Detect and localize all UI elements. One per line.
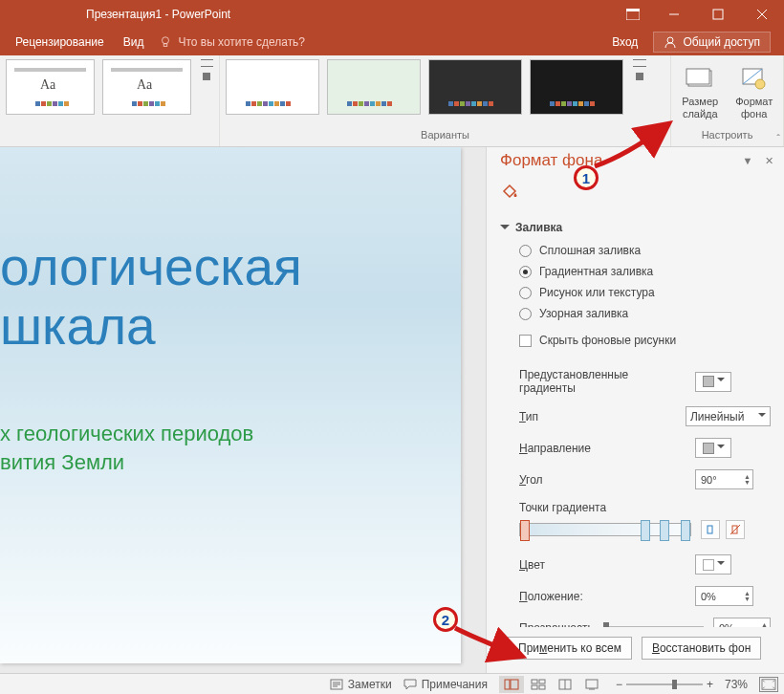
svg-rect-3 [713,10,723,19]
transparency-spinner[interactable]: 0%▲▼ [713,618,771,627]
angle-spinner[interactable]: 90°▲▼ [695,469,753,489]
svg-rect-1 [626,9,640,11]
color-label: Цвет [519,558,686,572]
variant-thumb[interactable] [428,59,522,115]
lightbulb-icon [159,35,172,49]
collapse-ribbon-icon[interactable]: ˆ [776,133,780,144]
format-background-pane: Формат фона ▼ ✕ Заливка Сплошная заливка… [486,147,784,673]
gradient-stop[interactable] [520,520,530,541]
theme-thumb[interactable]: Aa [6,59,95,115]
zoom-out-button[interactable]: − [616,678,622,691]
transparency-slider[interactable] [606,626,704,627]
svg-rect-10 [686,69,709,84]
svg-rect-23 [539,680,545,683]
preset-label: Предустановленные градиенты [519,368,686,395]
comments-button[interactable]: Примечания [403,678,488,691]
svg-point-12 [755,79,765,89]
remove-stop-button[interactable] [726,520,745,539]
direction-label: Направление [519,442,686,455]
angle-label: Угол [519,473,686,487]
svg-rect-13 [708,526,712,533]
pane-options-icon[interactable]: ▼ [740,153,755,168]
hide-bg-checkbox[interactable]: Скрыть фоновые рисунки [519,334,771,347]
tell-me-search[interactable]: Что вы хотите сделать? [153,35,305,49]
svg-rect-25 [539,685,545,689]
slide[interactable]: ологическая шкала х геологических период… [0,147,461,663]
svg-point-6 [163,37,169,44]
reading-view-button[interactable] [553,676,577,693]
comments-icon [403,679,417,690]
tab-view[interactable]: Вид [114,29,154,55]
workspace: ологическая шкала х геологических период… [0,147,784,673]
zoom-slider[interactable] [626,683,703,685]
stop-color-dropdown[interactable] [695,554,731,575]
fill-bucket-icon[interactable] [500,182,519,201]
fill-solid-radio[interactable]: Сплошная заливка [519,244,771,257]
zoom-level[interactable]: 73% [725,678,748,691]
caret-down-icon [500,225,510,234]
statusbar: Заметки Примечания − + 73% [0,673,784,694]
fill-pattern-radio[interactable]: Узорная заливка [519,307,771,320]
svg-rect-21 [511,680,518,689]
svg-rect-7 [164,44,168,47]
position-spinner[interactable]: 0%▲▼ [695,586,753,606]
variants-gallery-expand[interactable] [633,59,646,80]
slideshow-button[interactable] [579,676,604,693]
window-title: Презентация1 - PowerPoint [86,8,230,21]
fill-gradient-radio[interactable]: Градиентная заливка [519,265,771,278]
section-fill-header[interactable]: Заливка [487,215,784,240]
fill-picture-radio[interactable]: Рисунок или текстура [519,286,771,299]
svg-rect-20 [505,680,510,689]
theme-thumb[interactable]: Aa [102,59,191,115]
transparency-label: Прозрачность [519,621,597,627]
pane-title: Формат фона [500,151,734,170]
svg-rect-22 [532,680,537,683]
titlebar: Презентация1 - PowerPoint [0,0,784,29]
svg-point-8 [667,37,673,43]
slide-size-icon [685,63,715,94]
fit-to-window-button[interactable] [759,677,778,692]
variant-thumb[interactable] [226,59,319,115]
normal-view-button[interactable] [499,676,524,693]
type-label: Тип [519,410,676,423]
format-background-icon [739,63,770,94]
group-label-variants: Варианты [226,129,664,144]
svg-rect-24 [532,685,537,689]
format-background-button[interactable]: Формат фона [731,59,778,120]
direction-dropdown[interactable] [695,438,731,458]
share-button[interactable]: Общий доступ [653,32,771,53]
pane-close-icon[interactable]: ✕ [761,153,776,168]
minimize-button[interactable] [652,0,696,29]
close-button[interactable] [740,0,784,29]
svg-rect-28 [586,680,598,688]
gradient-stop[interactable] [641,520,650,541]
tab-review[interactable]: Рецензирование [6,29,114,55]
share-icon [664,35,677,49]
ribbon-group-variants: Варианты [220,55,671,146]
notes-button[interactable]: Заметки [330,678,392,691]
signin-link[interactable]: Вход [600,35,649,49]
menubar: Рецензирование Вид Что вы хотите сделать… [0,29,784,55]
variant-thumb[interactable] [327,59,421,115]
gradient-stop[interactable] [660,520,669,541]
zoom-in-button[interactable]: + [707,678,713,691]
slide-title-text: ологическая шкала [0,238,302,356]
sorter-view-button[interactable] [526,676,551,693]
slide-size-button[interactable]: Размер слайда [677,59,724,120]
add-stop-button[interactable] [701,520,720,539]
gradient-stop[interactable] [681,520,690,541]
ribbon: Aa Aa Варианты Размер слайда [0,55,784,147]
notes-icon [330,679,343,690]
apply-to-all-button[interactable]: Применить ко всем [508,637,632,660]
reset-background-button[interactable]: Восстановить фон [642,637,761,660]
ribbon-display-options-icon[interactable] [614,0,652,29]
slide-canvas-area: ологическая шкала х геологических период… [0,147,486,673]
variant-thumb[interactable] [530,59,623,115]
gradient-type-dropdown[interactable]: Линейный [686,406,771,426]
themes-gallery-expand[interactable] [201,59,213,80]
gradient-stops-slider[interactable] [519,523,691,536]
maximize-button[interactable] [696,0,740,29]
group-label-customize: Настроить [677,129,777,144]
preset-gradients-dropdown[interactable] [695,372,731,392]
position-label: Положение: [519,590,686,603]
